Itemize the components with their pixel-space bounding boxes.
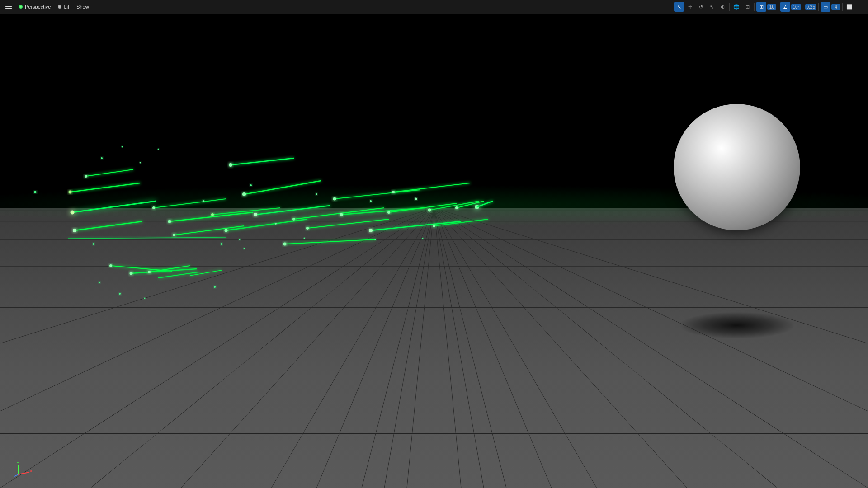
svg-point-58 [387, 211, 390, 214]
svg-point-101 [239, 239, 241, 240]
surface-snap-button[interactable]: ⊡ [742, 2, 752, 12]
svg-line-65 [75, 221, 142, 230]
lit-icon [58, 5, 61, 9]
move-tool-button[interactable]: ✛ [685, 2, 695, 12]
svg-point-52 [254, 213, 257, 216]
separator-5 [818, 3, 819, 11]
svg-point-89 [101, 157, 103, 159]
perspective-label: Perspective [25, 4, 51, 9]
svg-point-99 [415, 198, 417, 200]
right-toolbar: ↖ ✛ ↺ ⤡ ⊕ 🌐 ⊡ ⊞ 10 ∠ 10° 0 [671, 0, 868, 14]
svg-line-31 [231, 158, 294, 165]
camera-icon: ▭ [823, 4, 828, 10]
rotate-tool-button[interactable]: ↺ [696, 2, 706, 12]
svg-point-109 [422, 238, 424, 239]
svg-point-44 [392, 191, 395, 193]
svg-line-75 [434, 219, 488, 226]
world-icon: 🌐 [733, 4, 740, 10]
svg-rect-0 [5, 5, 12, 5]
svg-line-69 [226, 219, 307, 230]
svg-point-85 [148, 271, 151, 273]
svg-point-97 [316, 193, 317, 195]
svg-line-67 [174, 226, 244, 235]
sphere-shadow [678, 312, 796, 339]
svg-point-70 [225, 229, 228, 232]
svg-line-35 [70, 183, 140, 192]
svg-point-68 [173, 234, 175, 236]
show-label: Show [76, 4, 89, 9]
svg-line-45 [72, 201, 156, 212]
angle-value: 10° [791, 4, 801, 10]
svg-point-40 [242, 192, 246, 196]
svg-point-100 [214, 286, 216, 288]
svg-point-42 [333, 197, 336, 201]
viewport-settings-icon: ≡ [859, 4, 862, 9]
axis-indicator: X Y [14, 461, 32, 479]
scale-value: 0.25 [805, 4, 816, 10]
hamburger-icon [5, 4, 12, 10]
show-button[interactable]: Show [74, 3, 92, 10]
separator-3 [778, 3, 778, 11]
separator-4 [803, 3, 803, 11]
svg-line-41 [335, 190, 420, 199]
camera-value: 4 [831, 4, 840, 10]
viewport-settings-button[interactable]: ≡ [855, 2, 865, 12]
svg-point-105 [119, 293, 121, 295]
grid-value: 10 [767, 4, 776, 10]
grid-button[interactable]: ⊞ [756, 2, 766, 12]
svg-point-62 [455, 206, 458, 209]
svg-line-78 [285, 239, 375, 244]
sphere-object [674, 104, 800, 230]
svg-point-74 [369, 229, 373, 232]
svg-line-73 [371, 221, 461, 230]
maximize-button[interactable]: ⬜ [844, 2, 854, 12]
svg-point-72 [306, 227, 309, 230]
svg-point-48 [168, 220, 171, 223]
svg-point-104 [99, 282, 100, 283]
scale-icon: ⤡ [710, 4, 714, 10]
svg-point-54 [292, 218, 295, 221]
svg-point-56 [340, 213, 343, 216]
surface-icon: ⊡ [745, 4, 750, 10]
svg-point-91 [158, 149, 159, 150]
perspective-button[interactable]: Perspective [16, 3, 53, 10]
transform-icon: ⊕ [721, 4, 725, 10]
hamburger-menu-button[interactable] [3, 3, 14, 11]
svg-point-94 [140, 162, 141, 164]
svg-line-110 [18, 472, 29, 474]
svg-line-43 [393, 183, 470, 192]
svg-point-76 [433, 225, 435, 227]
viewport[interactable]: Perspective Lit Show ↖ ✛ ↺ ⤡ ⊕ 🌐 [0, 0, 868, 488]
svg-point-79 [283, 243, 287, 246]
svg-point-90 [122, 146, 123, 148]
perspective-icon [19, 5, 23, 9]
transform-tool-button[interactable]: ⊕ [717, 2, 727, 12]
sphere-mesh [674, 104, 800, 230]
lit-button[interactable]: Lit [55, 3, 72, 10]
svg-line-39 [244, 181, 321, 194]
svg-point-106 [144, 298, 146, 299]
svg-rect-1 [5, 6, 12, 7]
grid-icon: ⊞ [760, 4, 764, 10]
camera-button[interactable]: ▭ [821, 2, 830, 12]
svg-line-33 [86, 169, 133, 176]
svg-point-102 [244, 248, 245, 249]
svg-point-66 [73, 229, 76, 232]
move-icon: ✛ [688, 4, 692, 10]
particle-system [0, 14, 868, 488]
svg-rect-2 [5, 8, 12, 9]
svg-point-50 [211, 213, 214, 216]
maximize-icon: ⬜ [846, 4, 853, 10]
svg-line-47 [170, 212, 253, 221]
svg-point-60 [428, 209, 431, 212]
3d-scene[interactable]: X Y [0, 14, 868, 488]
world-space-button[interactable]: 🌐 [731, 2, 741, 12]
angle-button[interactable]: ∠ [780, 2, 790, 12]
scale-tool-button[interactable]: ⤡ [707, 2, 717, 12]
svg-point-108 [304, 238, 305, 239]
select-tool-button[interactable]: ↖ [674, 2, 684, 12]
svg-line-57 [389, 203, 457, 212]
svg-text:Y: Y [17, 461, 19, 465]
rotate-icon: ↺ [699, 4, 703, 10]
svg-line-53 [294, 208, 384, 219]
